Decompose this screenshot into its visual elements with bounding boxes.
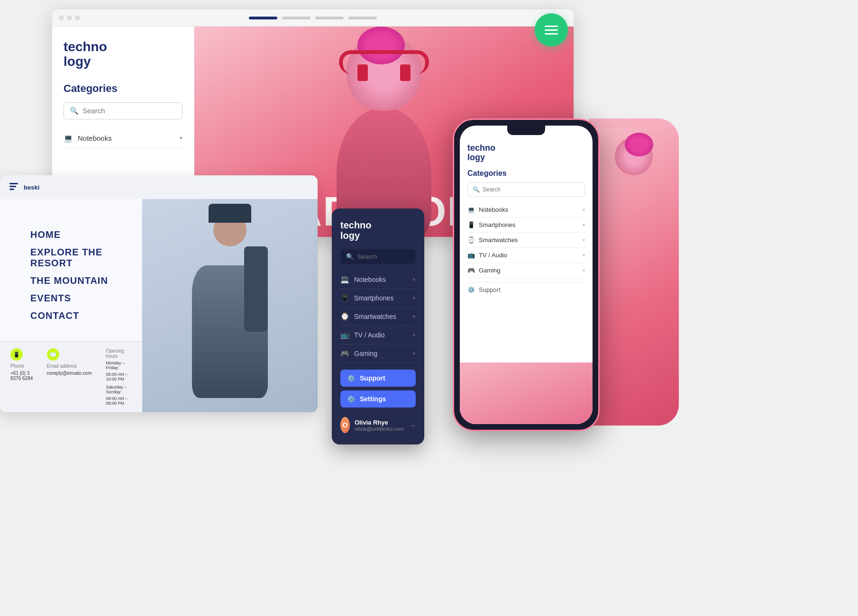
weekend-hours: Saturday – Sunday:: [106, 385, 132, 394]
drawer-support-label: Support: [360, 374, 385, 382]
user-email: olivia@untitledui.com: [355, 426, 404, 432]
drawer-nav-smartphones[interactable]: 📱 Smartphones ▾: [340, 289, 416, 308]
user-avatar: O: [340, 417, 350, 433]
user-name: Olivia Rhye: [355, 419, 404, 426]
footer-hours-item: Opening hours Monday – Friday: 06:00 AM …: [106, 348, 132, 406]
drawer-gaming-icon: 🎮: [340, 349, 349, 358]
beski-nav-home[interactable]: HOME: [30, 227, 111, 242]
beski-icon-bar2: [9, 186, 16, 187]
equipment-shape: [244, 246, 268, 332]
drawer-smartphone-icon: 📱: [340, 294, 349, 302]
phone-chevron-smartwatches: ▾: [583, 237, 585, 243]
desktop-logo: techno logy: [64, 40, 183, 69]
phone-icon: 📱: [10, 348, 23, 361]
tab-indicator-4: [348, 17, 377, 19]
headphone-right-ear: [400, 64, 411, 81]
phone-cat-label-smartphones: Smartphones: [479, 221, 515, 228]
drawer-chevron-smartwatches: ▾: [413, 314, 416, 320]
beski-mountain-icon: [9, 183, 21, 191]
drawer-search-input[interactable]: [357, 253, 410, 260]
tablet-content: HOME EXPLORE THE RESORT THE MOUNTAIN EVE…: [0, 199, 318, 412]
settings-icon: ⚙️: [347, 395, 355, 403]
hamburger-icon: [545, 26, 558, 35]
phone-smartwatch-icon: ⌚: [467, 236, 475, 244]
phone-chevron-tv: ▾: [583, 253, 585, 258]
green-menu-button[interactable]: [535, 13, 568, 46]
phone-search-icon: 🔍: [473, 186, 480, 193]
phone-logo: techno logy: [467, 144, 585, 163]
drawer-chevron-smartphones: ▾: [413, 295, 416, 301]
weekend-hours-time: 08:00 AM – 08:00 PM: [106, 396, 132, 406]
phone-cat-smartphones[interactable]: 📱 Smartphones ▾: [467, 217, 585, 233]
phone-cat-label-tv: TV / Audio: [479, 252, 507, 259]
beski-icon-bar3: [9, 189, 14, 190]
drawer-search-icon: 🔍: [346, 253, 354, 260]
phone-tv-icon: 📺: [467, 252, 475, 259]
logout-icon[interactable]: →: [409, 421, 416, 429]
drawer-chevron-gaming: ▾: [413, 351, 416, 357]
phone-chevron-notebooks: ▾: [583, 207, 585, 212]
beski-nav-mountain[interactable]: THE MOUNTAIN: [30, 273, 111, 288]
phone-search-input[interactable]: [483, 186, 580, 193]
drawer-nav-notebooks[interactable]: 💻 Notebooks ▾: [340, 271, 416, 289]
phone-support-icon: ⚙️: [467, 286, 475, 293]
footer-email-item: ✉️ Email address noreply@envato.com: [47, 348, 92, 376]
drawer-logo: techno logy: [340, 220, 416, 241]
drawer-settings-button[interactable]: ⚙️ Settings: [340, 390, 416, 408]
drawer-label-notebooks: Notebooks: [354, 276, 386, 283]
tab-indicator-3: [315, 17, 344, 19]
drawer-label-smartphones: Smartphones: [354, 294, 393, 302]
drawer-nav-gaming[interactable]: 🎮 Gaming ▾: [340, 344, 416, 363]
drawer-nav-tv-audio[interactable]: 📺 TV / Audio ▾: [340, 326, 416, 344]
phone-cat-tv-audio[interactable]: 📺 TV / Audio ▾: [467, 248, 585, 263]
phone-chevron-smartphones: ▾: [583, 222, 585, 227]
phone-mockup: techno logy Categories 🔍 💻 Notebooks ▾ 📱…: [453, 118, 600, 431]
desktop-search-box[interactable]: 🔍: [64, 102, 183, 119]
search-icon: 🔍: [70, 107, 79, 115]
strip-woman-hair: [625, 133, 653, 156]
phone-content: techno logy Categories 🔍 💻 Notebooks ▾ 📱…: [460, 135, 593, 362]
drawer-notebook-icon: 💻: [340, 275, 349, 284]
drawer-support-button[interactable]: ⚙️ Support: [340, 370, 416, 387]
hat-shape: [209, 204, 251, 223]
tablet-header: beski: [0, 175, 318, 199]
phone-support-item[interactable]: ⚙️ Support: [467, 282, 585, 297]
phone-cat-label-notebooks: Notebooks: [479, 206, 508, 213]
drawer-search-box[interactable]: 🔍: [340, 249, 416, 264]
hamburger-line-1: [545, 26, 558, 27]
phone-cat-smartwatches[interactable]: ⌚ Smartwatches ▾: [467, 233, 585, 248]
tablet-navigation: HOME EXPLORE THE RESORT THE MOUNTAIN EVE…: [15, 213, 127, 337]
tab-indicator-2: [282, 17, 310, 19]
beski-nav-events[interactable]: EVENTS: [30, 291, 111, 306]
phone-cat-notebooks[interactable]: 💻 Notebooks ▾: [467, 202, 585, 217]
browser-dot-2: [67, 15, 72, 20]
browser-toolbar: [52, 9, 574, 27]
phone-chevron-gaming: ▾: [583, 268, 585, 273]
phone-value: +61 (0) 3 8376 6284: [10, 371, 37, 381]
dark-side-drawer: techno logy 🔍 💻 Notebooks ▾ 📱 Smartphone…: [332, 208, 424, 444]
opening-hours-label: Opening hours: [106, 348, 132, 359]
support-icon: ⚙️: [347, 374, 355, 382]
drawer-label-gaming: Gaming: [354, 350, 377, 357]
phone-cat-label-gaming: Gaming: [479, 267, 501, 274]
headphones-arc: [339, 50, 429, 74]
drawer-chevron-notebooks: ▾: [413, 277, 416, 283]
desktop-search-input[interactable]: [82, 107, 176, 115]
desktop-category-notebooks[interactable]: 💻 Notebooks ▾: [64, 129, 183, 148]
phone-search-box[interactable]: 🔍: [467, 182, 585, 197]
beski-logo-area: beski: [9, 183, 39, 191]
email-value: noreply@envato.com: [47, 371, 92, 376]
tablet-image-area: [142, 199, 318, 412]
drawer-chevron-tv: ▾: [413, 332, 416, 338]
drawer-nav-smartwatches[interactable]: ⌚ Smartwatches ▾: [340, 308, 416, 326]
desktop-categories-label: Categories: [64, 82, 183, 95]
phone-notebook-icon: 💻: [467, 206, 475, 213]
email-label: Email address: [47, 363, 92, 369]
weekday-hours: Monday – Friday:: [106, 361, 132, 370]
beski-brand-text: beski: [24, 184, 39, 191]
phone-cat-gaming[interactable]: 🎮 Gaming ▾: [467, 263, 585, 278]
drawer-smartwatch-icon: ⌚: [340, 312, 349, 321]
phone-label: Phone: [10, 363, 37, 369]
beski-nav-explore[interactable]: EXPLORE THE RESORT: [30, 245, 111, 271]
beski-nav-contact[interactable]: CONTACT: [30, 308, 111, 323]
